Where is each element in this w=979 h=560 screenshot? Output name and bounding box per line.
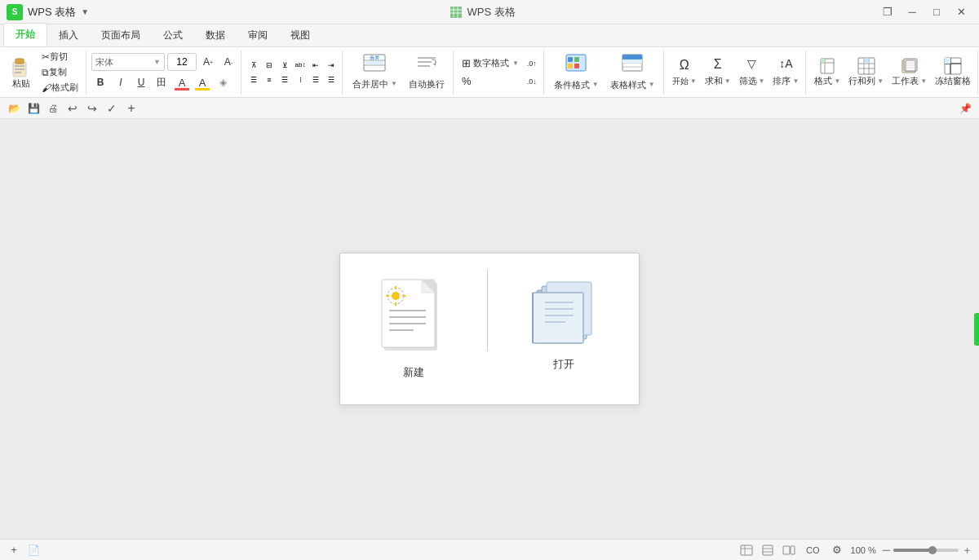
zoom-area: ─ ＋ [883,543,972,558]
tab-insert[interactable]: 插入 [47,24,90,46]
restore-button[interactable]: ❐ [876,3,899,21]
bold-button[interactable]: B [91,73,109,91]
zoom-minus-button[interactable]: ─ [883,544,890,556]
filter-button[interactable]: ▽ 筛选 ▼ [736,52,769,93]
maximize-button[interactable]: □ [925,3,948,21]
qa-save-button[interactable]: 💾 [24,100,42,117]
align-bottom-button[interactable]: ⊻ [277,59,292,72]
qa-open-button[interactable]: 📂 [5,100,23,117]
qa-print-button[interactable]: 🖨 [44,100,62,117]
app-dropdown-arrow[interactable]: ▼ [81,7,89,16]
align-middle-button[interactable]: ⊟ [262,59,277,72]
merge-center-button[interactable]: 合并 合并居中 ▼ [348,52,402,93]
align-justify-button[interactable]: ⁞ [293,73,308,86]
sort-button[interactable]: ↕A 排序 ▼ [769,52,802,93]
number-format-select[interactable]: ⊞ 数字格式 ▼ [458,55,522,73]
tab-data[interactable]: 数据 [194,24,237,46]
qa-check-button[interactable]: ✓ [103,100,121,117]
underline-button[interactable]: U [132,73,150,91]
align-right-button[interactable]: ☰ [277,73,292,86]
font-color-button[interactable]: A [193,73,211,91]
settings-button[interactable]: ⚙ [830,543,844,558]
preview-view-button[interactable] [782,543,796,558]
new-document-item[interactable]: 新建 [340,254,487,404]
row-col-icon [857,57,875,75]
conditional-format-button[interactable]: 条件格式 ▼ [549,52,604,93]
align-right2-button[interactable]: ☰ [324,73,339,86]
paste-button[interactable]: 粘贴 [7,52,36,93]
app-name-label: WPS 表格 [28,5,76,20]
add-sheet-button[interactable]: + [7,543,21,558]
tab-page-layout[interactable]: 页面布局 [90,24,152,46]
open-document-item[interactable]: 打开 [488,254,639,404]
row-col-button[interactable]: 行和列 ▼ [845,52,887,93]
close-button[interactable]: ✕ [950,3,972,21]
svg-rect-9 [15,72,21,73]
cell-color-button[interactable]: A [173,73,191,91]
co-indicator: CO [803,545,823,555]
decimal-decrease-button[interactable]: .0↓ [524,73,540,90]
qa-undo-button[interactable]: ↩ [64,100,82,117]
align-row-2: ☰ ≡ ☰ ⁞ ☰ ☰ [246,73,339,86]
font-size-input[interactable]: 12 [167,53,197,71]
align-center-button[interactable]: ≡ [262,73,277,86]
status-bar: + 📄 CO ⚙ 100 % ─ [0,539,979,560]
sheet-icon[interactable]: 📄 [26,543,41,558]
indent-increase-button[interactable]: ⇥ [324,59,339,72]
decimal-increase-button[interactable]: .0↑ [524,55,540,73]
page-view-button[interactable] [760,543,775,558]
format-button[interactable]: 格式 ▼ [811,52,844,93]
wps-logo: S [7,4,23,20]
normal-view-button[interactable] [739,543,754,558]
table-style-button[interactable]: 表格样式 ▼ [605,52,660,93]
tab-formula[interactable]: 公式 [152,24,194,46]
format-arrow: ▼ [834,77,840,85]
zoom-slider[interactable] [893,549,959,552]
border-button[interactable]: 田 [153,73,171,91]
svg-rect-32 [821,59,825,63]
svg-rect-38 [864,58,869,64]
percent-button[interactable]: % [458,73,522,90]
font-shrink-button[interactable]: A- [219,53,237,71]
workbook-button[interactable]: 工作表 ▼ [888,52,930,93]
sort-label: 排序 [773,75,791,87]
qa-add-button[interactable]: + [122,100,140,117]
font-grow-button[interactable]: A+ [199,53,217,71]
copy-button[interactable]: ⧉ 复制 [38,65,82,80]
filter-icon: ▽ [747,57,756,75]
symbol-arrow: ▼ [690,77,697,85]
svg-rect-25 [622,55,642,60]
tab-view[interactable]: 视图 [279,24,321,46]
sort-icon: ↕A [779,57,792,75]
svg-rect-72 [741,545,752,555]
cond-format-label: 条件格式 [554,79,590,91]
open-folder-icon [529,278,598,347]
main-content: 新建 打开 [0,119,979,539]
align-left-button[interactable]: ☰ [246,73,261,86]
align-left2-button[interactable]: ☰ [308,73,323,86]
tab-home[interactable]: 开始 [3,23,47,46]
auto-wrap-button[interactable]: 自动换行 [404,52,450,93]
align-top-button[interactable]: ⊼ [246,59,261,72]
sum-label: 求和 [705,75,723,87]
font-name-select[interactable]: 宋体 ▼ [91,53,165,71]
text-rotate-button[interactable]: ab↕ [293,59,308,72]
svg-text:合并: 合并 [369,55,380,60]
svg-rect-78 [783,546,790,554]
tab-review[interactable]: 审阅 [237,24,279,46]
zoom-plus-button[interactable]: ＋ [962,543,972,558]
title-bar-left: S WPS 表格 ▼ [7,4,89,20]
merge-group: 合并 合并居中 ▼ 自动换行 [344,51,454,95]
format-painter-button[interactable]: 🖌 格式刷 [38,81,82,95]
italic-button[interactable]: I [112,73,130,91]
symbol-button[interactable]: Ω 开始 ▼ [669,52,700,93]
fill-color-button[interactable]: ◈ [214,73,232,91]
qa-redo-button[interactable]: ↪ [83,100,101,117]
indent-decrease-button[interactable]: ⇤ [308,59,323,72]
cut-button[interactable]: ✂ 剪切 [38,50,82,64]
minimize-button[interactable]: ─ [901,3,924,21]
sum-button[interactable]: Σ 求和 ▼ [702,52,734,93]
freeze-button[interactable]: 冻结窗格 [932,52,974,93]
qa-pin-button[interactable]: 📌 [956,100,974,117]
number-format-controls: ⊞ 数字格式 ▼ % [458,52,522,93]
